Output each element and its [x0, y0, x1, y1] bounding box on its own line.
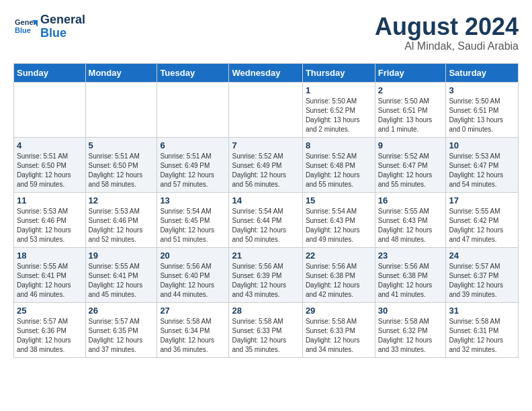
day-info: Sunrise: 5:58 AM Sunset: 6:31 PM Dayligh…	[449, 317, 515, 355]
calendar-cell: 31Sunrise: 5:58 AM Sunset: 6:31 PM Dayli…	[446, 302, 519, 357]
calendar-cell: 11Sunrise: 5:53 AM Sunset: 6:46 PM Dayli…	[14, 192, 86, 247]
calendar-cell	[85, 82, 157, 137]
logo-text: General Blue	[40, 13, 85, 40]
day-info: Sunrise: 5:53 AM Sunset: 6:47 PM Dayligh…	[449, 152, 515, 189]
day-info: Sunrise: 5:53 AM Sunset: 6:46 PM Dayligh…	[17, 207, 83, 244]
page-header: General Blue General Blue August 2024 Al…	[13, 13, 519, 52]
day-info: Sunrise: 5:58 AM Sunset: 6:33 PM Dayligh…	[306, 317, 372, 355]
weekday-header-saturday: Saturday	[446, 63, 519, 82]
calendar-cell: 17Sunrise: 5:55 AM Sunset: 6:42 PM Dayli…	[446, 192, 519, 247]
day-info: Sunrise: 5:58 AM Sunset: 6:33 PM Dayligh…	[232, 317, 299, 355]
week-row-5: 25Sunrise: 5:57 AM Sunset: 6:36 PM Dayli…	[14, 302, 519, 357]
calendar-cell: 28Sunrise: 5:58 AM Sunset: 6:33 PM Dayli…	[229, 302, 302, 357]
weekday-header-sunday: Sunday	[14, 63, 86, 82]
day-info: Sunrise: 5:52 AM Sunset: 6:49 PM Dayligh…	[232, 152, 299, 189]
calendar-cell: 15Sunrise: 5:54 AM Sunset: 6:43 PM Dayli…	[302, 192, 375, 247]
day-number: 31	[449, 306, 515, 316]
day-number: 28	[232, 306, 299, 316]
weekday-header-thursday: Thursday	[302, 63, 375, 82]
week-row-4: 18Sunrise: 5:55 AM Sunset: 6:41 PM Dayli…	[14, 247, 519, 302]
calendar-cell: 25Sunrise: 5:57 AM Sunset: 6:36 PM Dayli…	[14, 302, 86, 357]
day-info: Sunrise: 5:55 AM Sunset: 6:42 PM Dayligh…	[449, 207, 515, 244]
calendar-cell: 19Sunrise: 5:55 AM Sunset: 6:41 PM Dayli…	[85, 247, 157, 302]
weekday-header-wednesday: Wednesday	[229, 63, 302, 82]
logo-icon: General Blue	[13, 15, 38, 39]
day-number: 11	[17, 195, 83, 205]
calendar-cell	[157, 82, 229, 137]
calendar-cell: 22Sunrise: 5:56 AM Sunset: 6:38 PM Dayli…	[302, 247, 375, 302]
month-title: August 2024	[375, 13, 519, 40]
calendar-cell	[14, 82, 86, 137]
day-info: Sunrise: 5:58 AM Sunset: 6:34 PM Dayligh…	[160, 317, 226, 355]
day-number: 15	[306, 195, 372, 205]
calendar-cell: 29Sunrise: 5:58 AM Sunset: 6:33 PM Dayli…	[302, 302, 375, 357]
calendar-cell: 10Sunrise: 5:53 AM Sunset: 6:47 PM Dayli…	[446, 137, 519, 192]
calendar-cell: 14Sunrise: 5:54 AM Sunset: 6:44 PM Dayli…	[229, 192, 302, 247]
weekday-header-monday: Monday	[85, 63, 157, 82]
day-number: 3	[449, 85, 515, 95]
day-info: Sunrise: 5:51 AM Sunset: 6:50 PM Dayligh…	[89, 152, 154, 189]
day-info: Sunrise: 5:56 AM Sunset: 6:38 PM Dayligh…	[306, 262, 372, 300]
day-info: Sunrise: 5:54 AM Sunset: 6:44 PM Dayligh…	[232, 207, 299, 244]
day-number: 8	[306, 140, 372, 150]
day-number: 25	[17, 306, 83, 316]
day-info: Sunrise: 5:50 AM Sunset: 6:51 PM Dayligh…	[449, 97, 515, 134]
day-number: 7	[232, 140, 299, 150]
day-number: 22	[306, 250, 372, 261]
calendar-cell: 16Sunrise: 5:55 AM Sunset: 6:43 PM Dayli…	[375, 192, 446, 247]
day-info: Sunrise: 5:50 AM Sunset: 6:52 PM Dayligh…	[306, 97, 372, 134]
day-info: Sunrise: 5:56 AM Sunset: 6:39 PM Dayligh…	[232, 262, 299, 300]
calendar-cell: 24Sunrise: 5:57 AM Sunset: 6:37 PM Dayli…	[446, 247, 519, 302]
day-number: 20	[160, 250, 226, 261]
day-number: 16	[378, 195, 443, 205]
day-info: Sunrise: 5:56 AM Sunset: 6:38 PM Dayligh…	[378, 262, 443, 300]
weekday-header-friday: Friday	[375, 63, 446, 82]
calendar-cell: 21Sunrise: 5:56 AM Sunset: 6:39 PM Dayli…	[229, 247, 302, 302]
day-number: 13	[160, 195, 226, 205]
day-number: 1	[306, 85, 372, 95]
location: Al Mindak, Saudi Arabia	[375, 40, 519, 52]
day-number: 10	[449, 140, 515, 150]
calendar-cell: 2Sunrise: 5:50 AM Sunset: 6:51 PM Daylig…	[375, 82, 446, 137]
day-info: Sunrise: 5:53 AM Sunset: 6:46 PM Dayligh…	[89, 207, 154, 244]
week-row-2: 4Sunrise: 5:51 AM Sunset: 6:50 PM Daylig…	[14, 137, 519, 192]
calendar-cell: 4Sunrise: 5:51 AM Sunset: 6:50 PM Daylig…	[14, 137, 86, 192]
calendar-cell: 13Sunrise: 5:54 AM Sunset: 6:45 PM Dayli…	[157, 192, 229, 247]
title-area: August 2024 Al Mindak, Saudi Arabia	[375, 13, 519, 52]
day-info: Sunrise: 5:52 AM Sunset: 6:47 PM Dayligh…	[378, 152, 443, 189]
logo-line1: General	[40, 13, 85, 26]
calendar-cell: 20Sunrise: 5:56 AM Sunset: 6:40 PM Dayli…	[157, 247, 229, 302]
weekday-header-tuesday: Tuesday	[157, 63, 229, 82]
day-number: 14	[232, 195, 299, 205]
day-number: 21	[232, 250, 299, 261]
day-info: Sunrise: 5:57 AM Sunset: 6:36 PM Dayligh…	[17, 317, 83, 355]
day-number: 18	[17, 250, 83, 261]
day-info: Sunrise: 5:51 AM Sunset: 6:50 PM Dayligh…	[17, 152, 83, 189]
day-number: 4	[17, 140, 83, 150]
calendar-cell: 26Sunrise: 5:57 AM Sunset: 6:35 PM Dayli…	[85, 302, 157, 357]
day-number: 17	[449, 195, 515, 205]
calendar-cell: 23Sunrise: 5:56 AM Sunset: 6:38 PM Dayli…	[375, 247, 446, 302]
calendar-cell: 30Sunrise: 5:58 AM Sunset: 6:32 PM Dayli…	[375, 302, 446, 357]
day-info: Sunrise: 5:50 AM Sunset: 6:51 PM Dayligh…	[378, 97, 443, 134]
day-info: Sunrise: 5:52 AM Sunset: 6:48 PM Dayligh…	[306, 152, 372, 189]
day-number: 5	[89, 140, 154, 150]
logo: General Blue General Blue	[13, 13, 85, 40]
day-number: 29	[306, 306, 372, 316]
calendar-cell: 12Sunrise: 5:53 AM Sunset: 6:46 PM Dayli…	[85, 192, 157, 247]
calendar-cell: 9Sunrise: 5:52 AM Sunset: 6:47 PM Daylig…	[375, 137, 446, 192]
logo-line2: Blue	[40, 26, 66, 40]
calendar-table: SundayMondayTuesdayWednesdayThursdayFrid…	[13, 63, 519, 358]
day-info: Sunrise: 5:54 AM Sunset: 6:43 PM Dayligh…	[306, 207, 372, 244]
day-info: Sunrise: 5:51 AM Sunset: 6:49 PM Dayligh…	[160, 152, 226, 189]
day-number: 9	[378, 140, 443, 150]
calendar-cell: 8Sunrise: 5:52 AM Sunset: 6:48 PM Daylig…	[302, 137, 375, 192]
calendar-cell: 27Sunrise: 5:58 AM Sunset: 6:34 PM Dayli…	[157, 302, 229, 357]
calendar-cell: 7Sunrise: 5:52 AM Sunset: 6:49 PM Daylig…	[229, 137, 302, 192]
week-row-1: 1Sunrise: 5:50 AM Sunset: 6:52 PM Daylig…	[14, 82, 519, 137]
day-number: 24	[449, 250, 515, 261]
calendar-cell: 1Sunrise: 5:50 AM Sunset: 6:52 PM Daylig…	[302, 82, 375, 137]
calendar-cell: 3Sunrise: 5:50 AM Sunset: 6:51 PM Daylig…	[446, 82, 519, 137]
day-number: 19	[89, 250, 154, 261]
svg-text:Blue: Blue	[15, 26, 31, 34]
